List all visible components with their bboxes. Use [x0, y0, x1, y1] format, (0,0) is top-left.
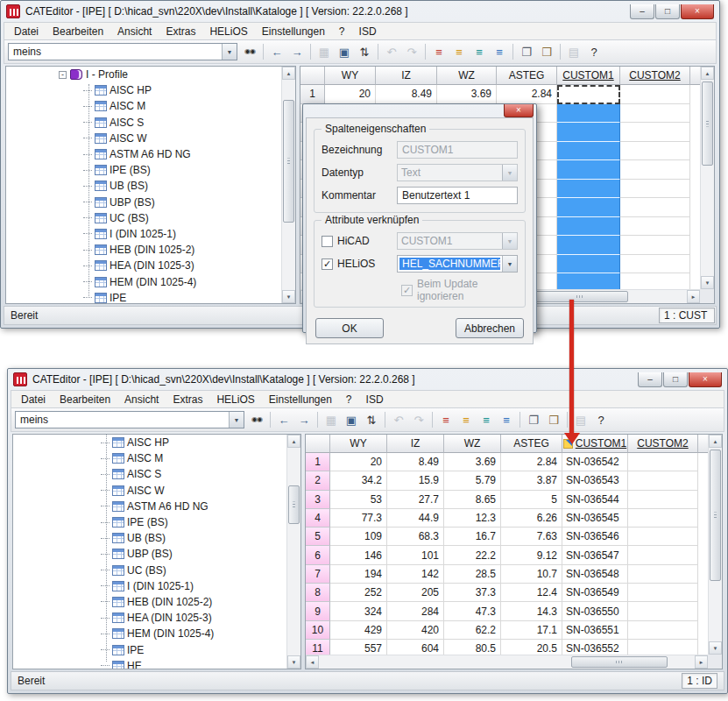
title-bar[interactable]: CATEditor - [IPE] [ D:\hicad_svn\220X\de… [11, 369, 724, 390]
cell-asteg[interactable]: 14.3 [501, 602, 562, 620]
tree-item[interactable]: AISC W [6, 131, 281, 146]
undo-icon[interactable]: ↶ [383, 43, 400, 60]
menu-item[interactable]: ? [332, 24, 352, 39]
cell-iz[interactable]: 15.9 [387, 471, 444, 490]
cell-iz[interactable]: 284 [387, 602, 444, 620]
add-dataset-yellow-icon[interactable]: ≡ [457, 411, 475, 428]
cell-wy[interactable]: 109 [330, 528, 387, 546]
cell-iz[interactable]: 8.49 [376, 85, 437, 104]
cell-iz[interactable]: 44.9 [387, 509, 444, 528]
tree-item[interactable]: AISC M [13, 450, 286, 466]
close-button[interactable]: × [681, 4, 714, 19]
copy-icon[interactable]: ❐ [518, 43, 535, 60]
menu-item[interactable]: Extras [166, 392, 209, 407]
minimize-button[interactable]: – [630, 4, 654, 19]
cell-custom1[interactable]: SN-036549 [562, 584, 628, 602]
empty-cell[interactable] [620, 217, 690, 237]
row-number-cell[interactable]: 1 [306, 453, 330, 471]
cell-custom2[interactable] [628, 453, 698, 471]
tree-item[interactable]: AISC W [13, 483, 286, 499]
row-number-cell[interactable]: 4 [306, 509, 330, 528]
tree-item[interactable]: AISC HP [6, 82, 281, 98]
row-number-cell[interactable]: 3 [306, 491, 330, 509]
row-number-cell[interactable]: 10 [306, 621, 330, 640]
cell-asteg[interactable]: 3.87 [501, 471, 562, 490]
cell-wy[interactable]: 53 [330, 491, 387, 509]
row-number-cell[interactable]: 8 [306, 584, 330, 602]
selected-column-cell[interactable] [557, 180, 620, 199]
menu-item[interactable]: ISD [359, 392, 391, 407]
cell-wy[interactable]: 20 [330, 453, 387, 471]
selected-column-cell[interactable] [557, 255, 620, 274]
cell-wy[interactable]: 324 [330, 602, 387, 620]
cell-custom2[interactable] [628, 584, 698, 602]
cell-custom2[interactable] [628, 546, 698, 564]
row-number-cell[interactable]: 2 [306, 471, 330, 490]
cell-custom1[interactable]: SN-036548 [562, 565, 628, 584]
scroll-left-icon[interactable]: ◄ [306, 655, 319, 669]
tree-item[interactable]: IPE (BS) [13, 514, 286, 530]
menu-item[interactable]: HELiOS [202, 24, 254, 39]
menu-item[interactable]: Datei [14, 392, 53, 407]
cell-custom2[interactable] [628, 602, 698, 620]
add-dataset-teal-icon[interactable]: ≡ [470, 43, 488, 60]
menu-item[interactable]: Bearbeiten [46, 24, 110, 39]
dropdown-icon[interactable]: ▼ [502, 256, 517, 272]
ok-button[interactable]: OK [315, 318, 384, 338]
row-number-cell[interactable]: 9 [306, 602, 330, 620]
cell-wy[interactable]: 194 [330, 565, 387, 584]
add-dataset-blue-icon[interactable]: ≡ [491, 43, 508, 60]
undo-icon[interactable]: ↶ [390, 411, 407, 428]
empty-cell[interactable] [620, 180, 690, 199]
column-header-wz[interactable]: WZ [437, 67, 497, 85]
empty-cell[interactable] [620, 142, 690, 161]
combobox-dropdown-icon[interactable]: ▼ [222, 44, 237, 60]
cell-custom2[interactable] [628, 509, 698, 528]
paste-icon[interactable]: ❒ [538, 43, 555, 60]
tree-item[interactable]: AISC S [6, 115, 281, 131]
cell-custom2[interactable] [628, 565, 698, 584]
cell-custom1[interactable]: SN-036542 [562, 453, 628, 471]
cell-wz[interactable]: 3.69 [444, 453, 501, 471]
column-header-iz[interactable]: IZ [387, 435, 444, 453]
column-header-asteg[interactable]: ASTEG [497, 67, 557, 85]
cell-custom2[interactable] [628, 528, 698, 546]
cancel-button[interactable]: Abbrechen [456, 318, 524, 338]
tree-item[interactable]: I (DIN 1025-1) [6, 226, 281, 242]
scroll-right-icon[interactable]: ► [695, 655, 708, 669]
cell-iz[interactable]: 8.49 [387, 453, 444, 471]
tree-item[interactable]: I (DIN 1025-1) [13, 578, 286, 594]
cell-wz[interactable]: 12.3 [444, 509, 501, 528]
helios-checkbox[interactable]: ✓ [322, 258, 333, 270]
paste-icon[interactable]: ❒ [545, 411, 562, 428]
tree-item[interactable]: HEA (DIN 1025-3) [6, 258, 281, 273]
maximize-button[interactable]: □ [663, 372, 688, 387]
row-number-cell[interactable]: 5 [306, 528, 330, 546]
hicad-checkbox[interactable] [322, 236, 333, 247]
tree-item[interactable]: UC (BS) [6, 210, 281, 226]
cell-asteg[interactable]: 5 [501, 491, 562, 509]
cell-asteg[interactable]: 6.26 [501, 509, 562, 528]
menu-item[interactable]: Datei [7, 24, 46, 39]
nav-back-icon[interactable]: ← [268, 43, 286, 60]
add-dataset-red-icon[interactable]: ≡ [430, 43, 448, 60]
find-binoculars-icon[interactable]: ◉◉ [248, 411, 265, 428]
redo-icon[interactable]: ↷ [403, 43, 421, 60]
tree-item[interactable]: UB (BS) [6, 178, 281, 194]
cell-iz[interactable]: 420 [387, 621, 444, 640]
cell-wz[interactable]: 47.3 [444, 602, 501, 620]
helios-attribute-select[interactable]: HEL_SACHNUMMER ▼ [397, 255, 518, 273]
cell-wy[interactable]: 429 [330, 621, 387, 640]
cell-iz[interactable]: 205 [387, 584, 444, 602]
cell-wz[interactable]: 8.65 [444, 491, 501, 509]
scroll-thumb[interactable] [288, 485, 300, 524]
add-dataset-teal-icon[interactable]: ≡ [477, 411, 495, 428]
cell-wz[interactable]: 62.2 [444, 621, 501, 640]
column-header-asteg[interactable]: ASTEG [501, 435, 562, 453]
tree-scrollbar[interactable]: ▲ ▼ [281, 67, 295, 303]
kommentar-input[interactable]: Benutzertext 1 [397, 187, 518, 204]
active-cell-custom1[interactable] [557, 85, 620, 104]
scroll-thumb[interactable] [283, 100, 294, 223]
menu-item[interactable]: Extras [159, 24, 202, 39]
scroll-up-icon[interactable]: ▲ [287, 435, 300, 448]
